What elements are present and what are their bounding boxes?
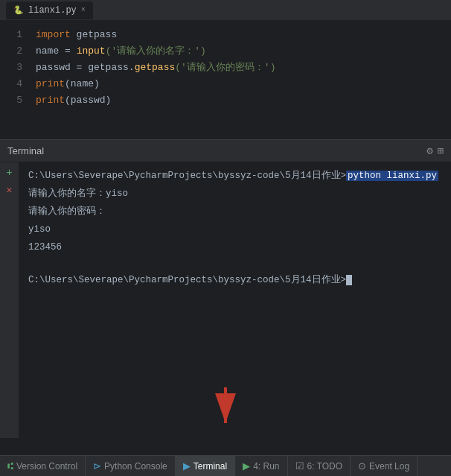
command-line-1: C:\Users\Severape\PycharmProjects\byssyz… xyxy=(28,168,442,183)
python-console-icon: ⊳ xyxy=(93,460,101,472)
output-line-2: 请输入你的密码： xyxy=(28,204,442,219)
event-log-label: Event Log xyxy=(369,461,409,472)
arrow-svg xyxy=(203,386,248,431)
run-icon: ▶ xyxy=(243,460,250,472)
line-num-5: 5 xyxy=(0,92,22,109)
run-tab[interactable]: ▶ 4: Run xyxy=(235,456,287,476)
terminal-header: Terminal ⚙ ⊞ xyxy=(0,140,451,162)
terminal-actions: ⚙ ⊞ xyxy=(426,145,444,157)
terminal-status-label: Terminal xyxy=(193,461,227,472)
terminal-status-icon: ▶ xyxy=(183,460,191,472)
status-bar: ⑆ Version Control ⊳ Python Console ▶ Ter… xyxy=(0,455,451,476)
line-num-1: 1 xyxy=(0,27,22,43)
file-tab[interactable]: 🐍 lianxi.py × xyxy=(6,1,93,19)
terminal-title: Terminal xyxy=(7,145,44,156)
output-line-3: yiso xyxy=(28,222,442,237)
cursor xyxy=(346,275,352,285)
line-numbers: 1 2 3 4 5 xyxy=(0,21,30,139)
editor-area: 1 2 3 4 5 import getpass name = input('请… xyxy=(0,21,451,140)
close-terminal-btn[interactable]: × xyxy=(2,185,17,197)
version-control-label: Version Control xyxy=(16,461,77,472)
add-terminal-btn[interactable]: + xyxy=(2,167,17,179)
terminal-settings-btn[interactable]: ⚙ xyxy=(426,145,432,157)
output-line-4: 123456 xyxy=(28,240,442,255)
cmd-prefix-1: C:\Users\Severape\PycharmProjects\byssyz… xyxy=(28,171,346,181)
todo-icon: ☑ xyxy=(295,460,304,472)
file-icon: 🐍 xyxy=(13,5,24,15)
version-control-icon: ⑆ xyxy=(7,460,13,472)
line-num-2: 2 xyxy=(0,43,22,60)
terminal-expand-btn[interactable]: ⊞ xyxy=(438,145,444,157)
python-console-tab[interactable]: ⊳ Python Console xyxy=(86,456,176,476)
event-log-tab[interactable]: ⊙ Event Log xyxy=(351,456,418,476)
code-editor[interactable]: import getpass name = input('请输入你的名字：') … xyxy=(30,21,451,139)
terminal-tab[interactable]: ▶ Terminal xyxy=(176,456,235,476)
output-line-1: 请输入你的名字：yiso xyxy=(28,186,442,201)
run-label: 4: Run xyxy=(253,461,279,472)
line-num-4: 4 xyxy=(0,76,22,92)
cmd-prefix-2: C:\Users\Severape\PycharmProjects\byssyz… xyxy=(28,275,346,285)
cmd-highlight-1: python lianxi.py xyxy=(346,171,438,181)
terminal-sidebar: + × xyxy=(0,162,19,438)
tab-filename: lianxi.py xyxy=(28,5,77,16)
title-bar: 🐍 lianxi.py × xyxy=(0,0,451,21)
line-num-3: 3 xyxy=(0,60,22,76)
output-blank xyxy=(28,258,442,273)
event-log-icon: ⊙ xyxy=(358,460,366,472)
arrow-indicator xyxy=(203,386,248,434)
version-control-tab[interactable]: ⑆ Version Control xyxy=(0,456,86,476)
todo-label: 6: TODO xyxy=(307,461,343,472)
command-line-2: C:\Users\Severape\PycharmProjects\byssyz… xyxy=(28,273,442,288)
todo-tab[interactable]: ☑ 6: TODO xyxy=(288,456,351,476)
tab-close-btn[interactable]: × xyxy=(81,6,86,14)
python-console-label: Python Console xyxy=(104,461,167,472)
